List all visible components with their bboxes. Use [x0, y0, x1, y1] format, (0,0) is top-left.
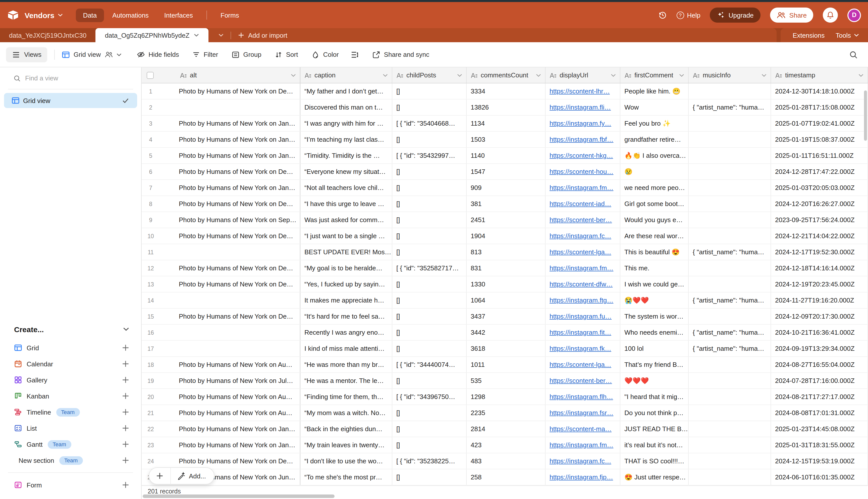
- history-icon[interactable]: [658, 11, 667, 20]
- workspace-name[interactable]: Vendors: [25, 11, 54, 19]
- avatar[interactable]: D: [847, 8, 861, 22]
- cell-musicInfo[interactable]: [689, 308, 771, 324]
- table-tab-inactive[interactable]: data_YeJXCj519OJntxC30: [0, 28, 96, 42]
- cell-musicInfo[interactable]: [689, 421, 771, 437]
- table-row[interactable]: 13Photo by Humans of New York on De…“Yes…: [142, 276, 868, 292]
- cell-link[interactable]: https://scontent-iad…: [549, 200, 611, 208]
- cell-commentsCount[interactable]: 1064: [467, 292, 546, 308]
- cell-musicInfo[interactable]: { "artist_name": "huma…: [689, 325, 771, 340]
- cell-childPosts[interactable]: []: [392, 405, 467, 421]
- cell-commentsCount[interactable]: 813: [467, 244, 546, 260]
- cell-link[interactable]: https://scontent-ber…: [549, 377, 612, 385]
- cell-displayUrl[interactable]: https://instagram.fy…: [546, 115, 620, 131]
- cell-musicInfo[interactable]: { "artist_name": "huma…: [689, 244, 771, 260]
- find-view-input[interactable]: [25, 74, 115, 82]
- cell-childPosts[interactable]: []: [392, 373, 467, 388]
- cell-link[interactable]: https://instagram.fu…: [549, 313, 611, 320]
- table-row[interactable]: 8Photo by Humans of New York on De…“I ha…: [142, 196, 868, 212]
- cell-commentsCount[interactable]: 381: [467, 196, 546, 211]
- cell-caption[interactable]: “My train leaves in twenty…: [300, 437, 392, 453]
- cell-firstComment[interactable]: I wish we could ge…: [620, 276, 689, 292]
- cell-firstComment[interactable]: 😍 Just utter respe…: [620, 469, 689, 485]
- cell-alt[interactable]: 14: [142, 292, 300, 308]
- table-row[interactable]: 3Photo by Humans of New York on Jan…“I w…: [142, 115, 868, 132]
- table-row[interactable]: 6Photo by Humans of New York on De…“Ever…: [142, 164, 868, 180]
- cell-displayUrl[interactable]: https://instagram.ftg…: [546, 292, 620, 308]
- cell-link[interactable]: https://scontent-ber…: [549, 216, 612, 223]
- cell-caption[interactable]: “I don't like to use the wo…: [300, 453, 392, 469]
- cell-link[interactable]: https://instagram.fc…: [549, 457, 611, 465]
- nav-tab-data[interactable]: Data: [76, 8, 104, 22]
- cell-childPosts[interactable]: []: [392, 292, 467, 308]
- cell-commentsCount[interactable]: 1904: [467, 228, 546, 244]
- cell-caption[interactable]: It makes me appreciate h…: [300, 292, 392, 308]
- cell-link[interactable]: https://scontent-hkg…: [549, 152, 613, 159]
- sidebar-item-gallery[interactable]: Gallery: [0, 372, 141, 388]
- cell-timestamp[interactable]: 2024-12-28T17:47:22.000Z: [771, 164, 868, 179]
- cell-alt[interactable]: 4Photo by Humans of New York on Jan…: [142, 132, 300, 147]
- table-row[interactable]: 21Photo by Humans of New York on Au…“My …: [142, 405, 868, 421]
- cell-firstComment[interactable]: Are these real wor…: [620, 228, 689, 244]
- cell-childPosts[interactable]: []: [392, 212, 467, 228]
- cell-link[interactable]: https://instagram.fm…: [549, 441, 613, 449]
- sidebar-item-new-section[interactable]: New sectionTeam: [0, 452, 141, 468]
- cell-commentsCount[interactable]: 3618: [467, 341, 546, 356]
- row-height-button[interactable]: [351, 51, 359, 58]
- cell-firstComment[interactable]: 😢: [620, 164, 689, 179]
- table-row[interactable]: 22Photo by Humans of New York on Jan…“Ba…: [142, 421, 868, 437]
- color-button[interactable]: Color: [311, 50, 338, 59]
- cell-timestamp[interactable]: 2024-12-18T14:16:14.000Z: [771, 260, 868, 276]
- cell-firstComment[interactable]: Girl got some boot…: [620, 196, 689, 211]
- cell-musicInfo[interactable]: [689, 260, 771, 276]
- extensions-button[interactable]: Extensions: [793, 32, 824, 39]
- table-row[interactable]: 20Photo by Humans of New York on Au…“Fin…: [142, 389, 868, 405]
- cell-timestamp[interactable]: 2024-12-21T14:04:22.000Z: [771, 228, 868, 244]
- column-chevron-down-icon[interactable]: [611, 74, 616, 77]
- cell-musicInfo[interactable]: [689, 180, 771, 195]
- column-header-timestamp[interactable]: timestamp: [771, 67, 868, 83]
- column-chevron-down-icon[interactable]: [291, 74, 296, 77]
- cell-childPosts[interactable]: [ { "id": "35238225…: [392, 453, 467, 469]
- table-row[interactable]: 9Photo by Humans of New York on Sep…Was …: [142, 212, 868, 228]
- tabs-dropdown-chevron-icon[interactable]: [219, 33, 224, 38]
- cell-alt[interactable]: 23Photo by Humans of New York on Jan…: [142, 437, 300, 453]
- cell-timestamp[interactable]: 2025-01-23T14:45:08.000Z: [771, 421, 868, 437]
- cell-link[interactable]: https://instagram.fjp…: [549, 473, 613, 481]
- cell-alt[interactable]: 1Photo by Humans of New York on De…: [142, 83, 300, 99]
- cell-firstComment[interactable]: Would you guys e…: [620, 212, 689, 228]
- cell-childPosts[interactable]: []: [392, 276, 467, 292]
- cell-timestamp[interactable]: 2024-07-28T17:16:00.000Z: [771, 373, 868, 388]
- cell-childPosts[interactable]: []: [392, 164, 467, 179]
- cell-firstComment[interactable]: 🔥👏 I also overca…: [620, 148, 689, 163]
- cell-firstComment[interactable]: That’s my friend B…: [620, 357, 689, 373]
- cell-firstComment[interactable]: This is beautiful 😍: [620, 244, 689, 260]
- cell-alt[interactable]: 7Photo by Humans of New York on Jan…: [142, 180, 300, 195]
- table-row[interactable]: 10Photo by Humans of New York on De…“I j…: [142, 228, 868, 244]
- cell-displayUrl[interactable]: https://instagram.fm…: [546, 260, 620, 276]
- cell-firstComment[interactable]: The system is wor…: [620, 308, 689, 324]
- cell-timestamp[interactable]: 2025-01-31T18:31:55.000Z: [771, 437, 868, 453]
- table-row[interactable]: 17I kind of miss male attenti…[]3618http…: [142, 341, 868, 357]
- nav-tab-automations[interactable]: Automations: [105, 8, 156, 22]
- column-header-musicInfo[interactable]: musicInfo: [689, 67, 771, 83]
- cell-commentsCount[interactable]: 3437: [467, 308, 546, 324]
- cell-commentsCount[interactable]: 2451: [467, 212, 546, 228]
- cell-commentsCount[interactable]: 831: [467, 260, 546, 276]
- cell-musicInfo[interactable]: [689, 453, 771, 469]
- table-chevron-down-icon[interactable]: [194, 33, 199, 38]
- add-view-plus-icon[interactable]: [122, 392, 129, 400]
- cell-commentsCount[interactable]: 1547: [467, 164, 546, 179]
- cell-link[interactable]: https://instagram.fy…: [549, 120, 611, 127]
- cell-alt[interactable]: 12Photo by Humans of New York on De…: [142, 260, 300, 276]
- cell-musicInfo[interactable]: [689, 196, 771, 211]
- cell-caption[interactable]: “Yes, I fucked up by sayin…: [300, 276, 392, 292]
- cell-commentsCount[interactable]: 1330: [467, 276, 546, 292]
- cell-displayUrl[interactable]: https://scontent-iad…: [546, 196, 620, 211]
- table-row[interactable]: 12Photo by Humans of New York on De…“My …: [142, 260, 868, 276]
- cell-firstComment[interactable]: Wow: [620, 99, 689, 115]
- cell-childPosts[interactable]: []: [392, 132, 467, 147]
- cell-firstComment[interactable]: grandfather retire…: [620, 132, 689, 147]
- cell-displayUrl[interactable]: https://scontent-lga…: [546, 357, 620, 373]
- cell-timestamp[interactable]: 2024-12-30T14:18:10.000Z: [771, 83, 868, 99]
- cell-alt[interactable]: 18Photo by Humans of New York on Au…: [142, 357, 300, 373]
